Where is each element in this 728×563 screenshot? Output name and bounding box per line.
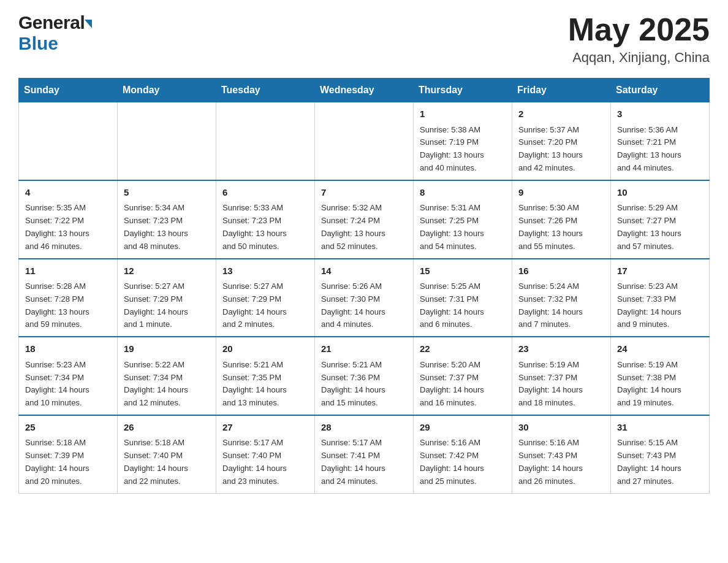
day-info: Sunrise: 5:19 AM Sunset: 7:37 PM Dayligh… — [518, 359, 604, 410]
calendar-cell: 5Sunrise: 5:34 AM Sunset: 7:23 PM Daylig… — [118, 180, 216, 259]
day-number: 11 — [25, 264, 111, 278]
calendar-cell — [19, 102, 118, 180]
column-header-monday: Monday — [118, 79, 216, 102]
day-number: 19 — [124, 342, 210, 356]
calendar-week-row: 1Sunrise: 5:38 AM Sunset: 7:19 PM Daylig… — [19, 102, 710, 180]
day-number: 25 — [25, 421, 111, 435]
day-info: Sunrise: 5:29 AM Sunset: 7:27 PM Dayligh… — [617, 202, 703, 253]
day-number: 22 — [420, 342, 506, 356]
calendar-cell: 16Sunrise: 5:24 AM Sunset: 7:32 PM Dayli… — [512, 259, 611, 337]
day-number: 16 — [518, 264, 604, 278]
calendar-cell: 22Sunrise: 5:20 AM Sunset: 7:37 PM Dayli… — [414, 337, 512, 415]
calendar-cell: 8Sunrise: 5:31 AM Sunset: 7:25 PM Daylig… — [414, 180, 512, 259]
day-number: 28 — [321, 421, 407, 435]
day-number: 17 — [617, 264, 703, 278]
day-info: Sunrise: 5:16 AM Sunset: 7:43 PM Dayligh… — [518, 437, 604, 488]
day-number: 10 — [617, 186, 703, 200]
calendar-cell: 7Sunrise: 5:32 AM Sunset: 7:24 PM Daylig… — [315, 180, 414, 259]
calendar-cell: 31Sunrise: 5:15 AM Sunset: 7:43 PM Dayli… — [611, 415, 710, 493]
day-info: Sunrise: 5:24 AM Sunset: 7:32 PM Dayligh… — [518, 280, 604, 331]
column-header-sunday: Sunday — [19, 79, 118, 102]
day-number: 23 — [518, 342, 604, 356]
calendar-cell: 27Sunrise: 5:17 AM Sunset: 7:40 PM Dayli… — [216, 415, 315, 493]
column-header-friday: Friday — [512, 79, 611, 102]
calendar-cell: 12Sunrise: 5:27 AM Sunset: 7:29 PM Dayli… — [118, 259, 216, 337]
day-info: Sunrise: 5:25 AM Sunset: 7:31 PM Dayligh… — [420, 280, 506, 331]
calendar-cell: 11Sunrise: 5:28 AM Sunset: 7:28 PM Dayli… — [19, 259, 118, 337]
day-info: Sunrise: 5:36 AM Sunset: 7:21 PM Dayligh… — [617, 124, 703, 175]
calendar-cell: 23Sunrise: 5:19 AM Sunset: 7:37 PM Dayli… — [512, 337, 611, 415]
day-info: Sunrise: 5:15 AM Sunset: 7:43 PM Dayligh… — [617, 437, 703, 488]
logo-general-text: General — [18, 12, 85, 33]
day-number: 5 — [124, 186, 210, 200]
calendar-cell: 1Sunrise: 5:38 AM Sunset: 7:19 PM Daylig… — [414, 102, 512, 180]
day-number: 6 — [222, 186, 308, 200]
day-number: 18 — [25, 342, 111, 356]
day-info: Sunrise: 5:23 AM Sunset: 7:33 PM Dayligh… — [617, 280, 703, 331]
day-info: Sunrise: 5:28 AM Sunset: 7:28 PM Dayligh… — [25, 280, 111, 331]
day-number: 31 — [617, 421, 703, 435]
calendar-cell: 25Sunrise: 5:18 AM Sunset: 7:39 PM Dayli… — [19, 415, 118, 493]
logo: General Blue — [18, 12, 92, 54]
day-number: 14 — [321, 264, 407, 278]
day-number: 3 — [617, 107, 703, 121]
day-info: Sunrise: 5:19 AM Sunset: 7:38 PM Dayligh… — [617, 359, 703, 410]
day-number: 20 — [222, 342, 308, 356]
calendar-table: SundayMondayTuesdayWednesdayThursdayFrid… — [18, 78, 710, 493]
calendar-week-row: 4Sunrise: 5:35 AM Sunset: 7:22 PM Daylig… — [19, 180, 710, 259]
calendar-cell: 19Sunrise: 5:22 AM Sunset: 7:34 PM Dayli… — [118, 337, 216, 415]
column-header-saturday: Saturday — [611, 79, 710, 102]
day-info: Sunrise: 5:32 AM Sunset: 7:24 PM Dayligh… — [321, 202, 407, 253]
calendar-week-row: 25Sunrise: 5:18 AM Sunset: 7:39 PM Dayli… — [19, 415, 710, 493]
calendar-cell: 9Sunrise: 5:30 AM Sunset: 7:26 PM Daylig… — [512, 180, 611, 259]
day-number: 27 — [222, 421, 308, 435]
calendar-cell: 24Sunrise: 5:19 AM Sunset: 7:38 PM Dayli… — [611, 337, 710, 415]
calendar-cell: 20Sunrise: 5:21 AM Sunset: 7:35 PM Dayli… — [216, 337, 315, 415]
day-info: Sunrise: 5:17 AM Sunset: 7:41 PM Dayligh… — [321, 437, 407, 488]
page-title: May 2025 — [568, 12, 710, 47]
calendar-cell: 21Sunrise: 5:21 AM Sunset: 7:36 PM Dayli… — [315, 337, 414, 415]
day-info: Sunrise: 5:17 AM Sunset: 7:40 PM Dayligh… — [222, 437, 308, 488]
day-info: Sunrise: 5:38 AM Sunset: 7:19 PM Dayligh… — [420, 124, 506, 175]
logo-arrow-icon — [85, 20, 92, 28]
calendar-cell: 15Sunrise: 5:25 AM Sunset: 7:31 PM Dayli… — [414, 259, 512, 337]
day-info: Sunrise: 5:34 AM Sunset: 7:23 PM Dayligh… — [124, 202, 210, 253]
day-info: Sunrise: 5:33 AM Sunset: 7:23 PM Dayligh… — [222, 202, 308, 253]
day-number: 29 — [420, 421, 506, 435]
calendar-cell — [216, 102, 315, 180]
calendar-cell: 2Sunrise: 5:37 AM Sunset: 7:20 PM Daylig… — [512, 102, 611, 180]
day-number: 7 — [321, 186, 407, 200]
day-number: 26 — [124, 421, 210, 435]
day-number: 1 — [420, 107, 506, 121]
calendar-cell: 18Sunrise: 5:23 AM Sunset: 7:34 PM Dayli… — [19, 337, 118, 415]
day-info: Sunrise: 5:27 AM Sunset: 7:29 PM Dayligh… — [222, 280, 308, 331]
calendar-cell — [315, 102, 414, 180]
calendar-cell: 3Sunrise: 5:36 AM Sunset: 7:21 PM Daylig… — [611, 102, 710, 180]
calendar-cell: 17Sunrise: 5:23 AM Sunset: 7:33 PM Dayli… — [611, 259, 710, 337]
calendar-cell — [118, 102, 216, 180]
day-info: Sunrise: 5:21 AM Sunset: 7:35 PM Dayligh… — [222, 359, 308, 410]
day-info: Sunrise: 5:37 AM Sunset: 7:20 PM Dayligh… — [518, 124, 604, 175]
day-info: Sunrise: 5:30 AM Sunset: 7:26 PM Dayligh… — [518, 202, 604, 253]
page-subtitle: Aqqan, Xinjiang, China — [568, 50, 710, 66]
title-block: May 2025 Aqqan, Xinjiang, China — [568, 12, 710, 66]
day-number: 4 — [25, 186, 111, 200]
calendar-cell: 28Sunrise: 5:17 AM Sunset: 7:41 PM Dayli… — [315, 415, 414, 493]
calendar-cell: 6Sunrise: 5:33 AM Sunset: 7:23 PM Daylig… — [216, 180, 315, 259]
day-info: Sunrise: 5:18 AM Sunset: 7:39 PM Dayligh… — [25, 437, 111, 488]
page-header: General Blue May 2025 Aqqan, Xinjiang, C… — [18, 12, 710, 66]
day-info: Sunrise: 5:20 AM Sunset: 7:37 PM Dayligh… — [420, 359, 506, 410]
day-number: 2 — [518, 107, 604, 121]
calendar-week-row: 11Sunrise: 5:28 AM Sunset: 7:28 PM Dayli… — [19, 259, 710, 337]
day-info: Sunrise: 5:16 AM Sunset: 7:42 PM Dayligh… — [420, 437, 506, 488]
day-number: 8 — [420, 186, 506, 200]
day-info: Sunrise: 5:31 AM Sunset: 7:25 PM Dayligh… — [420, 202, 506, 253]
day-info: Sunrise: 5:27 AM Sunset: 7:29 PM Dayligh… — [124, 280, 210, 331]
day-number: 15 — [420, 264, 506, 278]
day-info: Sunrise: 5:22 AM Sunset: 7:34 PM Dayligh… — [124, 359, 210, 410]
day-info: Sunrise: 5:21 AM Sunset: 7:36 PM Dayligh… — [321, 359, 407, 410]
calendar-cell: 26Sunrise: 5:18 AM Sunset: 7:40 PM Dayli… — [118, 415, 216, 493]
calendar-cell: 10Sunrise: 5:29 AM Sunset: 7:27 PM Dayli… — [611, 180, 710, 259]
column-header-wednesday: Wednesday — [315, 79, 414, 102]
day-number: 12 — [124, 264, 210, 278]
